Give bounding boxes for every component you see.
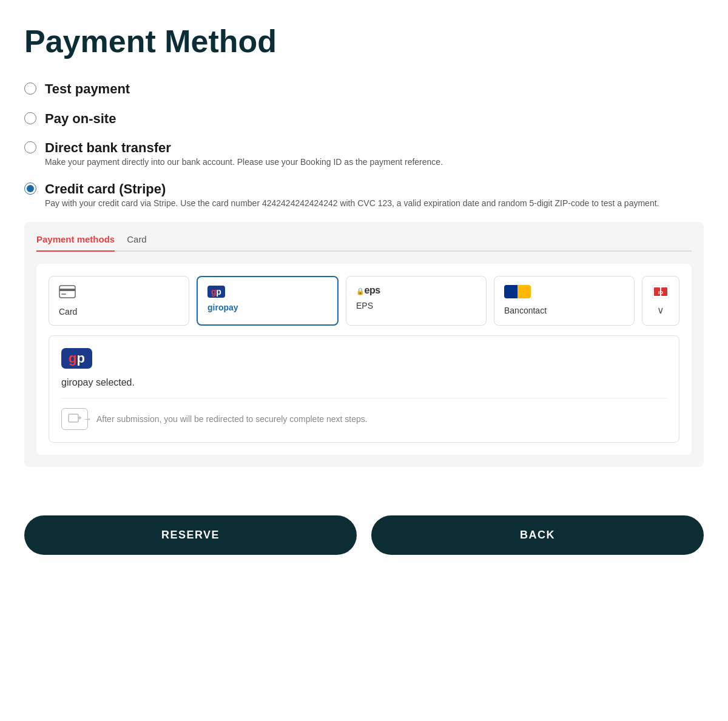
stripe-payment-radio[interactable]	[24, 183, 36, 195]
chevron-down-icon: ∨	[657, 304, 664, 316]
test-payment-radio[interactable]	[24, 82, 36, 95]
more-methods-button[interactable]: iD ∨	[642, 276, 679, 326]
ideal-icon: iD	[652, 285, 669, 302]
bottom-buttons: RESERVE BACK	[24, 491, 704, 579]
eps-method-label: EPS	[356, 301, 373, 310]
payment-option-bank[interactable]: Direct bank transfer	[24, 139, 704, 157]
eps-icon: 🔒eps	[356, 285, 380, 296]
payment-options-list: Test payment Pay on-site Direct bank tra…	[24, 81, 704, 466]
redirect-icon	[61, 408, 88, 430]
selected-method-info: g p giropay selected. After submissio	[49, 335, 679, 443]
credit-card-note: Pay with your credit card via Stripe. Us…	[45, 197, 704, 210]
bank-transfer-radio[interactable]	[24, 141, 36, 153]
redirect-text: After submission, you will be redirected…	[96, 414, 368, 424]
stripe-payment-label[interactable]: Credit card (Stripe)	[45, 181, 166, 198]
svg-rect-12	[69, 414, 78, 422]
stripe-widget: Payment methods Card Card	[24, 222, 704, 467]
method-bancontact[interactable]: Bancontact	[494, 276, 635, 326]
giropay-mini-icon: gp	[207, 286, 225, 303]
reserve-button[interactable]: RESERVE	[24, 515, 357, 555]
svg-rect-2	[61, 293, 66, 295]
tab-payment-methods[interactable]: Payment methods	[36, 234, 115, 252]
onsite-payment-label[interactable]: Pay on-site	[45, 110, 116, 128]
card-icon	[59, 285, 76, 302]
stripe-tabs: Payment methods Card	[36, 234, 692, 252]
giropay-method-label: giropay	[207, 303, 238, 312]
bank-transfer-label[interactable]: Direct bank transfer	[45, 139, 171, 157]
bancontact-method-label: Bancontact	[504, 306, 547, 315]
svg-rect-7	[517, 285, 520, 298]
giropay-large-logo: g p	[61, 348, 667, 369]
payment-option-onsite[interactable]: Pay on-site	[24, 110, 704, 128]
test-payment-label[interactable]: Test payment	[45, 81, 130, 98]
bank-transfer-note: Make your payment directly into our bank…	[45, 156, 704, 169]
payment-option-test[interactable]: Test payment	[24, 81, 704, 98]
payment-methods-inner: Card gp giropay 🔒eps	[36, 264, 692, 455]
redirect-info: After submission, you will be redirected…	[61, 398, 667, 430]
onsite-payment-radio[interactable]	[24, 112, 36, 124]
svg-text:iD: iD	[658, 290, 663, 295]
method-giropay[interactable]: gp giropay	[197, 276, 339, 326]
card-method-label: Card	[59, 307, 77, 317]
payment-option-stripe[interactable]: Credit card (Stripe)	[24, 181, 704, 198]
selected-method-text: giropay selected.	[61, 377, 667, 388]
svg-rect-0	[59, 286, 75, 298]
method-card[interactable]: Card	[49, 276, 189, 326]
svg-rect-1	[59, 289, 75, 291]
payment-method-grid: Card gp giropay 🔒eps	[49, 276, 679, 326]
tab-card[interactable]: Card	[127, 234, 147, 252]
method-eps[interactable]: 🔒eps EPS	[346, 276, 487, 326]
bancontact-icon	[504, 285, 531, 301]
page-title: Payment Method	[24, 24, 704, 59]
back-button[interactable]: BACK	[371, 515, 704, 555]
